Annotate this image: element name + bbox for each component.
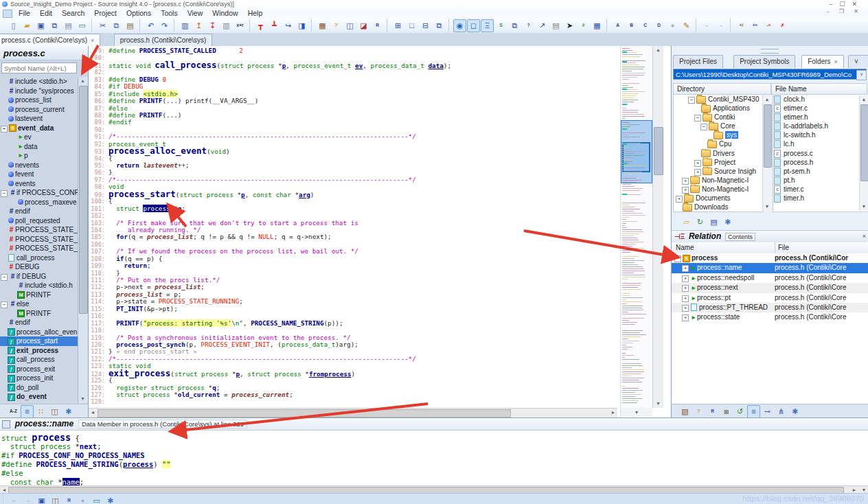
sym-add-icon[interactable]: +/ [735, 19, 748, 32]
code-line[interactable]: 79:#define PROCESS_STATE_CALLED 2 [89, 47, 617, 54]
code-line[interactable]: 122:/*----------------------------------… [89, 356, 617, 363]
directory-item[interactable]: Cpu [674, 139, 763, 148]
symbol-item[interactable]: #include <stdio.h [0, 281, 78, 290]
relation-row[interactable]: +▸process::nextprocess.h (Contiki\Core [672, 283, 868, 293]
expand-icon[interactable]: − [1, 126, 8, 133]
relation-contents-button[interactable]: Contents [725, 233, 755, 241]
directory-column-header[interactable]: Directory [673, 83, 771, 95]
editor-hscrollbar[interactable]: ◄ ► [89, 408, 617, 417]
expand-icon[interactable]: + [682, 295, 689, 302]
tab-close-icon[interactable]: × [834, 58, 838, 65]
doc-save-icon[interactable]: ▣ [35, 494, 48, 504]
directory-item[interactable]: sys [674, 130, 763, 139]
box-d-icon[interactable]: D [652, 19, 665, 32]
help-index-icon[interactable]: ? [330, 19, 343, 32]
doc-view-icon[interactable]: ▥ [179, 19, 192, 32]
symbol-item[interactable]: ƒdo_event [0, 392, 78, 402]
doc-export-icon[interactable]: ↥ [192, 19, 205, 32]
win-full-icon[interactable]: □ [405, 19, 418, 32]
code-line[interactable]: 99:process_start(struct process *p, cons… [89, 191, 617, 198]
symbol-item[interactable]: events [0, 179, 78, 189]
code-line[interactable]: 81:static void call_process(struct proce… [89, 62, 617, 69]
nav-forward-icon[interactable]: → [21, 494, 34, 504]
symbol-item[interactable]: −#if DEBUG [0, 272, 78, 282]
code-line[interactable]: 108: if(q == p) { [89, 255, 617, 262]
relation-r-icon[interactable]: R [706, 405, 719, 418]
code-line[interactable]: struct process { [1, 433, 867, 442]
symbol-item[interactable]: MPRINTF [0, 290, 78, 300]
lock-icon[interactable]: ◙ [720, 405, 733, 418]
scroll-up-icon[interactable]: ▲ [763, 95, 771, 104]
open-book-icon[interactable]: ◫ [343, 19, 356, 32]
symbol-item[interactable]: lastevent [0, 114, 78, 124]
doc-link-icon[interactable]: ↗ [536, 19, 549, 32]
project-tab-3[interactable]: Folders× [801, 55, 844, 68]
menu-search[interactable]: Search [57, 8, 89, 19]
directory-item[interactable]: +Non-Magnetic-I [674, 185, 763, 194]
code-line[interactable]: 109: return; [89, 262, 617, 269]
gear-icon[interactable]: ✱ [62, 405, 75, 418]
symbol-item[interactable]: ƒcall_process [0, 355, 78, 365]
folder-path-combobox[interactable]: C:\Users\12990\Desktop\Contiki_MSP430FR6… [673, 69, 867, 80]
project-tab-1[interactable]: Project Files [673, 55, 723, 68]
code-editor[interactable]: 79:#define PROCESS_STATE_CALLED 280:81:s… [89, 46, 670, 417]
relation-close-icon[interactable]: × [863, 231, 866, 242]
file-item[interactable]: process.h [773, 158, 868, 167]
menu-view[interactable]: View [183, 8, 208, 19]
box-folder-icon[interactable]: ▫ [666, 19, 679, 32]
symbol-item[interactable]: #include "sys/proces [0, 87, 78, 96]
directory-item[interactable]: Downloads [674, 203, 763, 211]
scrollbar-thumb[interactable] [764, 104, 772, 168]
code-line[interactable]: #else [1, 469, 867, 478]
directory-item[interactable]: −Contiki [674, 113, 763, 122]
menu-options[interactable]: Options [122, 8, 156, 19]
doc-pair-icon[interactable]: ⧉ [508, 19, 521, 32]
file-item[interactable]: ctimer.c [773, 185, 868, 194]
doc-list-icon[interactable]: ▤ [707, 216, 720, 229]
line-numbers-icon[interactable]: # [577, 19, 590, 32]
file-item[interactable]: pt.h [773, 176, 868, 185]
code-line[interactable]: struct process *next; [1, 442, 867, 451]
file-item[interactable]: cetimer.c [773, 104, 868, 113]
symbol-item[interactable]: ▸p [0, 151, 78, 161]
doc-small-icon[interactable]: ▫ [76, 494, 89, 504]
gear-icon[interactable]: ✱ [104, 494, 117, 504]
box-b-icon[interactable]: B [625, 19, 638, 32]
file-item[interactable]: timer.h [773, 194, 868, 203]
printer-icon[interactable]: ▭ [90, 494, 103, 504]
symbol-item[interactable]: #endif [0, 318, 78, 328]
doc-help-icon[interactable]: ? [522, 19, 535, 32]
symbol-item[interactable]: ▸ev [0, 133, 78, 142]
refresh-doc-icon[interactable]: ↺ [733, 405, 746, 418]
relation-row[interactable]: +▸process::ptprocess.h (Contiki\Core [672, 293, 868, 303]
file-list-scrollbar[interactable]: ▲ ▼ [859, 95, 868, 211]
swallow-bird-icon[interactable]: ➤ [563, 19, 576, 32]
symbol-item[interactable]: ƒprocess_start [0, 336, 78, 346]
expand-icon[interactable]: + [682, 275, 689, 282]
edit-doc-icon[interactable]: ▤ [62, 19, 75, 32]
pin-bottom-icon[interactable]: ┻ [268, 19, 281, 32]
list-view-icon[interactable]: ≡ [21, 405, 34, 418]
nav-back-icon[interactable]: ← [700, 19, 713, 32]
symbol-item[interactable]: −Sevent_data [0, 124, 78, 133]
expand-icon[interactable]: + [682, 178, 689, 185]
code-line[interactable]: 115: PT_INIT(&p->pt); [89, 306, 617, 312]
symbol-item[interactable]: process_list [0, 95, 78, 105]
directory-item[interactable]: +Documents [674, 194, 763, 203]
lines-delete-icon[interactable]: ✗ [776, 19, 789, 32]
directory-item[interactable]: +Project [674, 158, 763, 167]
code-line[interactable]: 95: return lastevent++; [89, 162, 617, 169]
code-line[interactable]: 117: PRINTF("process: starting '%s'\n", … [89, 320, 617, 327]
code-line[interactable]: 107: /* If we found the process on the p… [89, 248, 617, 255]
expand-icon[interactable]: + [682, 285, 689, 292]
directory-item[interactable]: +Non-Magnetic-I [674, 176, 763, 185]
code-line[interactable]: 105: for(q = process_list; q != p && q !… [89, 233, 617, 240]
open-file-icon[interactable]: ▰ [21, 19, 34, 32]
file-item[interactable]: lc.h [773, 139, 868, 148]
symbol-item[interactable]: #PROCESS_STATE_N [0, 225, 78, 235]
symbol-item[interactable]: #include <stdio.h> [0, 77, 78, 87]
hand-doc-icon[interactable]: ▧ [678, 405, 692, 418]
scroll-down-icon[interactable]: ▼ [860, 203, 868, 211]
win-tile-icon[interactable]: ⊞ [391, 19, 404, 32]
symbol-item[interactable]: process_current [0, 105, 78, 115]
